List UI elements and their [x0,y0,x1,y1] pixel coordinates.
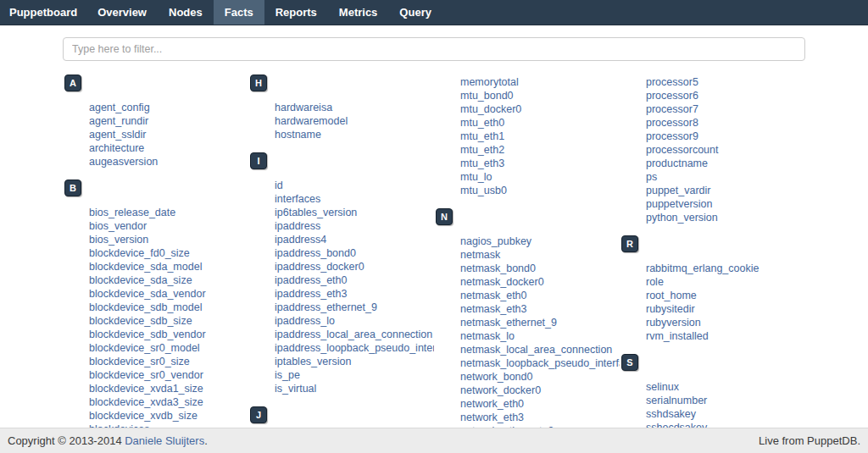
fact-link[interactable]: root_home [646,290,697,301]
fact-link[interactable]: ps [646,171,657,183]
fact-link[interactable]: role [646,276,664,288]
fact-link[interactable]: blockdevice_sda_vendor [89,288,206,300]
fact-link[interactable]: mtu_usb0 [460,185,507,196]
fact-link[interactable]: interfaces [275,193,320,205]
fact-link[interactable]: netmask_lo [460,330,515,342]
fact-link[interactable]: rvm_installed [646,330,709,342]
fact-link[interactable]: is_pe [275,369,300,381]
fact-link[interactable]: serialnumber [646,395,707,406]
fact-link[interactable]: netmask_bond0 [460,262,536,274]
fact-link[interactable]: blockdevice_xvda1_size [89,383,203,395]
fact-link[interactable]: netmask_eth0 [460,290,527,301]
fact-link[interactable]: blockdevice_sr0_model [89,342,200,354]
fact-link[interactable]: netmask [460,249,500,261]
fact-link[interactable]: python_version [646,212,718,224]
fact-link[interactable]: memorytotal [460,76,519,88]
fact-link[interactable]: is_virtual [275,383,316,395]
fact-link[interactable]: mtu_bond0 [460,90,514,102]
fact-link[interactable]: ipaddress_ethernet_9 [275,301,377,313]
fact-item: blockdevice_sdb_size [89,313,248,327]
fact-link[interactable]: ipaddress_eth3 [275,288,347,300]
fact-link[interactable]: mtu_docker0 [460,103,521,115]
fact-link[interactable]: mtu_lo [460,171,492,183]
fact-link[interactable]: ip6tables_version [275,207,357,218]
nav-item-overview[interactable]: Overview [86,0,158,25]
fact-link[interactable]: rabbitmq_erlang_cookie [646,262,759,274]
fact-link[interactable]: iptables_version [275,356,351,367]
fact-link[interactable]: bios_version [89,234,148,246]
fact-link[interactable]: netmask_docker0 [460,276,544,288]
fact-link[interactable]: mtu_eth2 [460,144,504,156]
nav-item-nodes[interactable]: Nodes [158,0,214,25]
fact-link[interactable]: netmask_loopback_pseudo_interfa [460,357,620,369]
fact-link[interactable]: processorcount [646,144,718,156]
fact-link[interactable]: selinux [646,381,679,393]
fact-link[interactable]: productname [646,157,708,169]
fact-link[interactable]: network_eth0 [460,398,524,410]
fact-item: netmask_ethernet_9 [460,315,620,329]
fact-link[interactable]: blockdevice_xvdb_size [89,410,198,422]
fact-link[interactable]: network_bond0 [460,371,532,383]
fact-link[interactable]: ipaddress_bond0 [275,247,356,259]
fact-link[interactable]: blockdevice_sdb_model [89,301,202,313]
fact-link[interactable]: bios_release_date [89,207,175,218]
fact-link[interactable]: nagios_pubkey [460,235,531,247]
fact-link[interactable]: rubyversion [646,317,701,329]
fact-link[interactable]: blockdevice_sdb_vendor [89,329,206,340]
fact-link[interactable]: network_eth3 [460,412,524,423]
fact-link[interactable]: mtu_eth3 [460,157,504,169]
fact-link[interactable]: blockdevice_sda_size [89,274,192,286]
fact-link[interactable]: mtu_eth0 [460,117,504,129]
nav-item-query[interactable]: Query [388,0,442,25]
fact-link[interactable]: ipaddress_docker0 [275,261,364,273]
fact-link[interactable]: agent_ssldir [89,129,146,141]
brand-link[interactable]: Puppetboard [0,0,86,25]
fact-item: network_eth0 [460,396,620,410]
fact-link[interactable]: ipaddress_local_area_connection [275,329,432,340]
fact-link[interactable]: architecture [89,142,144,154]
fact-link[interactable]: agent_config [89,102,150,113]
fact-item: augeasversion [89,154,248,168]
fact-link[interactable]: rubysitedir [646,303,695,315]
fact-link[interactable]: netmask_eth3 [460,303,527,315]
fact-link[interactable]: ipaddress_lo [275,315,335,327]
fact-link[interactable]: blockdevice_xvda3_size [89,396,203,408]
nav-item-reports[interactable]: Reports [264,0,328,25]
fact-link[interactable]: processor9 [646,130,698,142]
fact-link[interactable]: ipaddress4 [275,234,326,246]
fact-item: hardwareisa [275,100,434,113]
fact-item: blockdevice_xvda3_size [89,395,248,408]
nav-item-facts[interactable]: Facts [214,0,264,25]
fact-link[interactable]: blockdevice_sda_model [89,261,202,273]
fact-link[interactable]: hardwaremodel [275,115,348,127]
fact-link[interactable]: mtu_eth1 [460,130,504,142]
fact-link[interactable]: netmask_ethernet_9 [460,317,557,329]
fact-link[interactable]: ipaddress [275,220,320,232]
fact-link[interactable]: puppetversion [646,198,713,210]
fact-link[interactable]: agent_rundir [89,115,148,127]
nav-item-metrics[interactable]: Metrics [328,0,389,25]
author-link[interactable]: Daniele Sluijters [125,434,204,447]
fact-link[interactable]: processor7 [646,103,698,115]
filter-input[interactable] [63,37,805,61]
fact-link[interactable]: processor8 [646,117,698,129]
navbar: Puppetboard OverviewNodesFactsReportsMet… [0,0,868,25]
fact-link[interactable]: processor6 [646,90,698,102]
fact-link[interactable]: ipaddress_eth0 [275,274,347,286]
fact-link[interactable]: blockdevice_sr0_vendor [89,369,203,381]
fact-link[interactable]: hostname [275,129,321,141]
fact-link[interactable]: hardwareisa [275,102,332,113]
fact-list: bios_release_datebios_vendorbios_version… [63,205,248,435]
fact-link[interactable]: puppet_vardir [646,185,710,196]
fact-link[interactable]: ipaddress_loopback_pseudo_interf [275,342,434,354]
fact-link[interactable]: network_docker0 [460,384,541,396]
fact-link[interactable]: processor5 [646,76,698,88]
fact-link[interactable]: augeasversion [89,156,158,168]
fact-link[interactable]: blockdevice_sdb_size [89,315,192,327]
fact-link[interactable]: blockdevice_fd0_size [89,247,190,259]
fact-link[interactable]: blockdevice_sr0_size [89,356,190,367]
fact-link[interactable]: netmask_local_area_connection [460,344,612,356]
fact-link[interactable]: bios_vendor [89,220,147,232]
fact-link[interactable]: sshdsakey [646,408,696,420]
fact-link[interactable]: id [275,180,283,191]
